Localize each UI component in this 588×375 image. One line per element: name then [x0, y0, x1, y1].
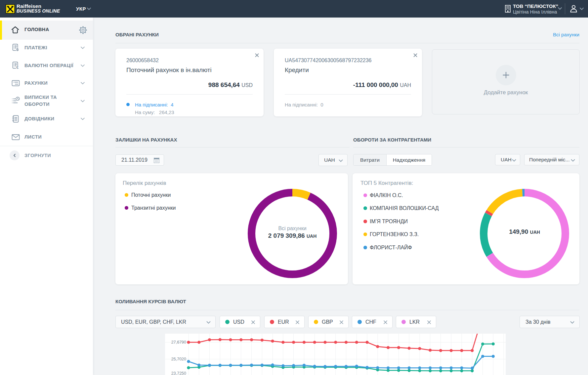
svg-text:25,7020: 25,7020	[171, 357, 186, 361]
svg-text:€: €	[16, 65, 19, 70]
svg-text:23,7250: 23,7250	[171, 371, 186, 375]
svg-text:149,90 UAH: 149,90 UAH	[509, 228, 540, 235]
svg-text:Всі рахунки: Всі рахунки	[278, 226, 306, 231]
svg-text:2 079 309,86 UAH: 2 079 309,86 UAH	[268, 232, 317, 239]
svg-text:27,6790: 27,6790	[171, 340, 186, 345]
